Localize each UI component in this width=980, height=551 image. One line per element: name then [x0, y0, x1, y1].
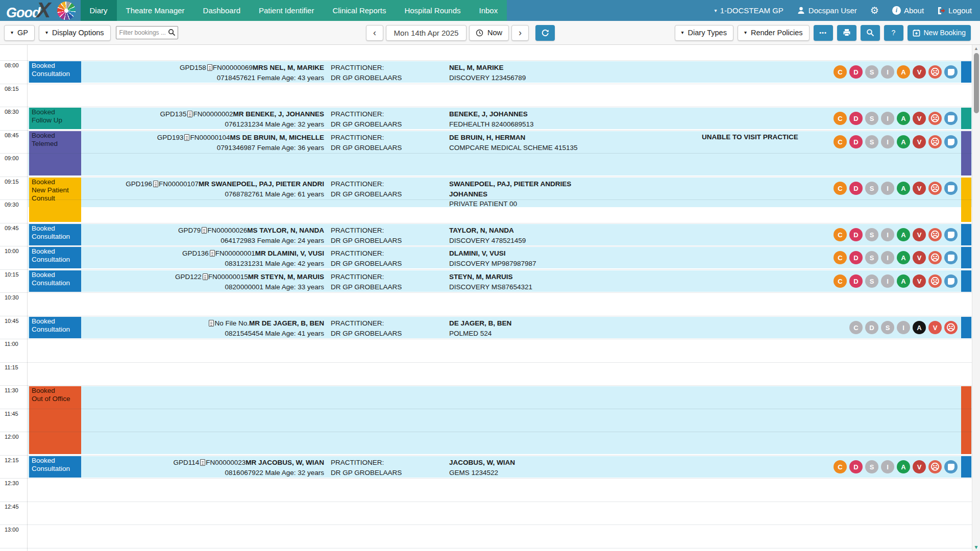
action-c-button[interactable]: C: [834, 112, 847, 125]
document-icon[interactable]: [203, 273, 208, 280]
document-icon[interactable]: [153, 181, 158, 187]
help-button[interactable]: ?: [884, 25, 903, 41]
mood-button[interactable]: ☹: [928, 251, 942, 264]
scrollbar-thumb[interactable]: [974, 53, 979, 113]
action-i-button[interactable]: I: [897, 321, 910, 334]
document-icon[interactable]: [184, 134, 189, 141]
action-c-button[interactable]: C: [834, 251, 847, 264]
action-i-button[interactable]: I: [881, 135, 894, 148]
action-c-button[interactable]: C: [849, 321, 863, 334]
user-menu[interactable]: Docspan User: [797, 6, 857, 15]
about-button[interactable]: i About: [892, 6, 924, 15]
booking-0800-consultation[interactable]: Booked Consultation GPD158FN00000069MRS …: [28, 61, 972, 83]
action-a-button[interactable]: A: [897, 228, 910, 241]
booking-1045-consultation[interactable]: Booked Consultation No File No.MR DE JAG…: [28, 317, 972, 338]
refresh-button[interactable]: [535, 25, 555, 41]
logout-button[interactable]: Logout: [937, 6, 972, 15]
booking-0945-consultation[interactable]: Booked Consultation GPD79FN00000026MS TA…: [28, 224, 972, 245]
action-c-button[interactable]: C: [834, 65, 847, 79]
current-date-button[interactable]: Mon 14th Apr 2025: [386, 25, 467, 41]
action-s-button[interactable]: S: [865, 182, 878, 195]
action-d-button[interactable]: D: [849, 460, 863, 473]
action-i-button[interactable]: I: [881, 274, 894, 288]
action-d-button[interactable]: D: [849, 228, 863, 241]
action-v-button[interactable]: V: [913, 182, 926, 195]
mood-button[interactable]: ☹: [928, 135, 942, 148]
note-button[interactable]: [944, 251, 958, 264]
menu-item-hospital-rounds[interactable]: Hospital Rounds: [395, 0, 470, 21]
mood-button[interactable]: ☹: [928, 112, 942, 125]
action-v-button[interactable]: V: [928, 321, 942, 334]
action-v-button[interactable]: V: [913, 135, 926, 148]
action-i-button[interactable]: I: [881, 228, 894, 241]
action-i-button[interactable]: I: [881, 182, 894, 195]
mood-button[interactable]: ☹: [944, 321, 958, 334]
note-button[interactable]: [944, 112, 958, 125]
action-s-button[interactable]: S: [865, 65, 878, 79]
action-d-button[interactable]: D: [849, 112, 863, 125]
vertical-scrollbar[interactable]: ▲ ▼: [972, 45, 980, 551]
booking-0830-follow-up[interactable]: Booked Follow Up GPD135FN00000002MR BENE…: [28, 108, 972, 129]
booking-1015-consultation[interactable]: Booked Consultation GPD122FN00000015MR S…: [28, 270, 972, 292]
scroll-down-icon[interactable]: ▼: [972, 544, 980, 550]
now-button[interactable]: Now: [469, 25, 509, 41]
diary-types-button[interactable]: ▾ Diary Types: [675, 25, 733, 41]
note-button[interactable]: [944, 65, 958, 79]
new-booking-button[interactable]: New Booking: [908, 25, 971, 41]
action-c-button[interactable]: C: [834, 274, 847, 288]
booking-type-label[interactable]: Booked Follow Up: [29, 108, 81, 129]
settings-button[interactable]: ⚙: [870, 6, 879, 15]
action-a-button[interactable]: A: [913, 321, 926, 334]
menu-item-theatre-manager[interactable]: Theatre Manager: [117, 0, 194, 21]
mood-button[interactable]: ☹: [928, 65, 942, 79]
document-icon[interactable]: [207, 64, 212, 71]
action-c-button[interactable]: C: [834, 135, 847, 148]
render-policies-button[interactable]: ▾ Render Policies: [738, 25, 810, 41]
practice-selector[interactable]: ▾ 1-DOCSTEAM GP: [715, 6, 783, 15]
action-v-button[interactable]: V: [913, 65, 926, 79]
booking-1215-consultation[interactable]: Booked Consultation GPD114FN00000023MR J…: [28, 456, 972, 478]
document-icon[interactable]: [209, 320, 214, 327]
booking-type-label[interactable]: Booked Consultation: [29, 224, 81, 245]
document-icon[interactable]: [210, 250, 215, 257]
action-s-button[interactable]: S: [865, 251, 878, 264]
action-c-button[interactable]: C: [834, 228, 847, 241]
action-a-button[interactable]: A: [897, 112, 910, 125]
note-button[interactable]: [944, 274, 958, 288]
search-button[interactable]: [861, 25, 880, 41]
action-a-button[interactable]: A: [897, 251, 910, 264]
mood-button[interactable]: ☹: [928, 460, 942, 473]
mood-button[interactable]: ☹: [928, 274, 942, 288]
goodx-logo[interactable]: GoodX: [0, 0, 81, 21]
action-v-button[interactable]: V: [913, 112, 926, 125]
gp-dropdown-button[interactable]: ▾ GP: [4, 25, 35, 41]
action-v-button[interactable]: V: [913, 228, 926, 241]
booking-1130-out-of-office[interactable]: Booked Out of Office: [28, 386, 972, 454]
booking-type-label[interactable]: Booked Consultation: [29, 61, 81, 83]
action-d-button[interactable]: D: [849, 135, 863, 148]
action-s-button[interactable]: S: [881, 321, 894, 334]
menu-item-clinical-reports[interactable]: Clinical Reports: [323, 0, 395, 21]
action-i-button[interactable]: I: [881, 251, 894, 264]
action-i-button[interactable]: I: [881, 112, 894, 125]
action-d-button[interactable]: D: [865, 321, 878, 334]
booking-type-label[interactable]: Booked Out of Office: [29, 386, 81, 454]
diary-grid[interactable]: 08:0008:1508:3008:4509:0009:1509:3009:45…: [0, 45, 980, 551]
display-options-button[interactable]: ▾ Display Options: [39, 25, 111, 41]
action-a-button[interactable]: A: [897, 135, 910, 148]
action-a-button[interactable]: A: [897, 65, 910, 79]
action-d-button[interactable]: D: [849, 65, 863, 79]
scroll-up-icon[interactable]: ▲: [972, 46, 980, 51]
note-button[interactable]: [944, 228, 958, 241]
next-day-button[interactable]: ›: [511, 25, 529, 41]
action-a-button[interactable]: A: [897, 274, 910, 288]
action-s-button[interactable]: S: [865, 274, 878, 288]
menu-item-diary[interactable]: Diary: [81, 0, 117, 21]
menu-item-dashboard[interactable]: Dashboard: [194, 0, 250, 21]
action-s-button[interactable]: S: [865, 112, 878, 125]
note-button[interactable]: [944, 460, 958, 473]
action-v-button[interactable]: V: [913, 274, 926, 288]
booking-type-label[interactable]: Booked Consultation: [29, 317, 81, 338]
action-i-button[interactable]: I: [881, 65, 894, 79]
menu-item-inbox[interactable]: Inbox: [470, 0, 507, 21]
